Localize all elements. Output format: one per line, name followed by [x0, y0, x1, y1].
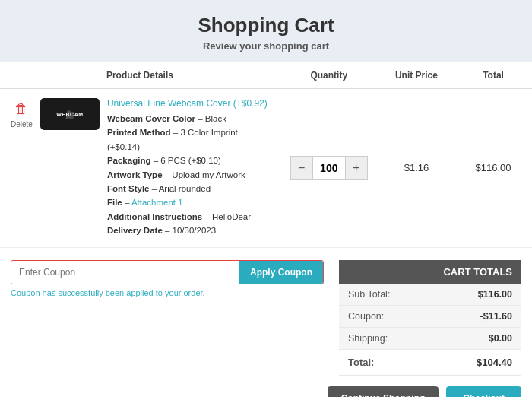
- subtotal-label: Sub Total:: [348, 289, 390, 300]
- apply-coupon-button[interactable]: Apply Coupon: [239, 261, 323, 284]
- bottom-section: Apply Coupon Coupon has successfully bee…: [0, 248, 532, 376]
- main-content: Product Details Quantity Unit Price Tota…: [0, 62, 532, 397]
- shipping-label: Shipping:: [348, 333, 388, 344]
- delete-action[interactable]: 🗑 Delete: [11, 98, 33, 129]
- coupon-area: Apply Coupon Coupon has successfully bee…: [11, 260, 324, 297]
- shipping-value: $0.00: [489, 333, 512, 344]
- cart-table: Product Details Quantity Unit Price Tota…: [0, 62, 532, 248]
- quantity-decrease-button[interactable]: −: [291, 157, 312, 179]
- col-unit-price: Unit Price: [378, 62, 454, 89]
- coupon-success-message: Coupon has successfully been applied to …: [11, 288, 324, 297]
- quantity-increase-button[interactable]: +: [346, 157, 367, 179]
- checkout-button[interactable]: Checkout: [446, 386, 521, 397]
- product-cell: 🗑 Delete WEBCAM Universal Fine Webcam Co…: [11, 98, 269, 238]
- quantity-input[interactable]: [312, 157, 346, 179]
- page-subtitle: Review your shopping cart: [15, 40, 517, 52]
- total-label: Total:: [348, 357, 374, 368]
- attachment-link[interactable]: Attachment 1: [131, 198, 183, 207]
- col-total: Total: [454, 62, 532, 89]
- delete-icon[interactable]: 🗑: [14, 101, 28, 117]
- quantity-cell: − +: [280, 89, 378, 248]
- page-title: Shopping Cart: [15, 14, 517, 37]
- col-product: Product Details: [0, 62, 280, 89]
- coupon-box: Apply Coupon: [11, 260, 324, 284]
- subtotal-value: $116.00: [478, 289, 512, 300]
- total-row: Total: $104.40: [339, 350, 521, 376]
- coupon-value: -$11.60: [480, 311, 512, 322]
- quantity-control: − +: [290, 156, 368, 180]
- shipping-row: Shipping: $0.00: [339, 328, 521, 350]
- product-name-link[interactable]: Universal Fine Webcam Cover (+$0.92): [107, 98, 269, 109]
- coupon-label: Coupon:: [348, 311, 384, 322]
- coupon-input[interactable]: [11, 261, 239, 284]
- product-info: Universal Fine Webcam Cover (+$0.92) Web…: [107, 98, 269, 238]
- table-row: 🗑 Delete WEBCAM Universal Fine Webcam Co…: [0, 89, 532, 248]
- total-value: $104.40: [477, 357, 512, 368]
- total-cell: $116.00: [454, 89, 532, 248]
- product-details: Webcam Cover Color – Black Printed Metho…: [107, 112, 269, 238]
- page-header: Shopping Cart Review your shopping cart: [0, 0, 532, 62]
- action-buttons: Continue Shopping Checkout: [0, 376, 532, 397]
- delete-label: Delete: [11, 120, 33, 129]
- cart-totals: CART TOTALS Sub Total: $116.00 Coupon: -…: [339, 260, 521, 376]
- brand-text: WEBCAM: [56, 112, 83, 117]
- unit-price-cell: $1.16: [378, 89, 454, 248]
- cart-totals-header: CART TOTALS: [339, 260, 521, 284]
- subtotal-row: Sub Total: $116.00: [339, 284, 521, 306]
- continue-shopping-button[interactable]: Continue Shopping: [328, 386, 439, 397]
- col-quantity: Quantity: [280, 62, 378, 89]
- coupon-row: Coupon: -$11.60: [339, 306, 521, 328]
- product-image: WEBCAM: [40, 98, 100, 130]
